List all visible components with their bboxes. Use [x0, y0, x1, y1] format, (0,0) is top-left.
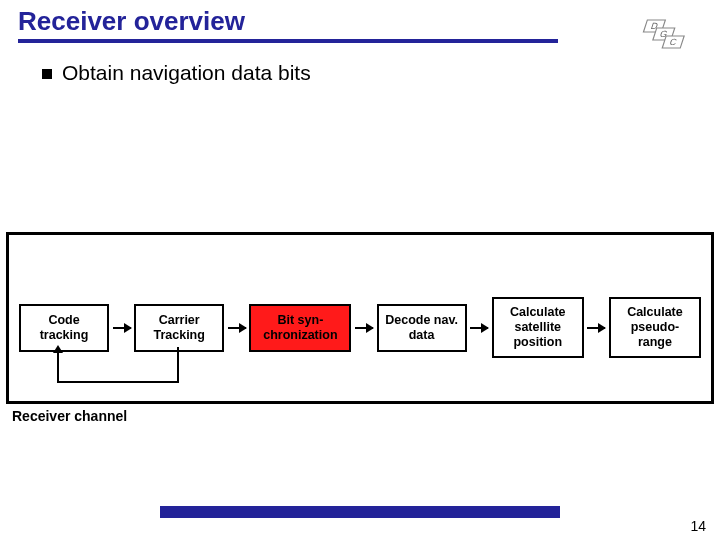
arrow-icon [228, 327, 246, 329]
receiver-channel-box: Code tracking Carrier Tracking Bit syn-c… [6, 232, 714, 404]
node-bit-sync: Bit syn-chronization [249, 304, 351, 352]
footer-accent-bar [160, 506, 560, 518]
node-code-tracking: Code tracking [19, 304, 109, 352]
node-calc-sat-pos: Calculate satellite position [492, 297, 584, 358]
node-decode-nav: Decode nav. data [377, 304, 467, 352]
receiver-channel-label: Receiver channel [12, 408, 127, 424]
bullet-obtain-nav-data: Obtain navigation data bits [0, 43, 720, 85]
arrow-icon [355, 327, 373, 329]
dgc-logo: D G C [634, 18, 696, 50]
slide-title: Receiver overview [18, 6, 558, 43]
node-calc-pseudorange: Calculate pseudo-range [609, 297, 701, 358]
feedback-arrow [57, 357, 179, 383]
arrow-icon [113, 327, 131, 329]
bullet-square-icon [42, 69, 52, 79]
pipeline-flow: Code tracking Carrier Tracking Bit syn-c… [19, 297, 701, 358]
arrow-icon [470, 327, 488, 329]
arrow-icon [587, 327, 605, 329]
node-carrier-tracking: Carrier Tracking [134, 304, 224, 352]
page-number: 14 [690, 518, 706, 534]
